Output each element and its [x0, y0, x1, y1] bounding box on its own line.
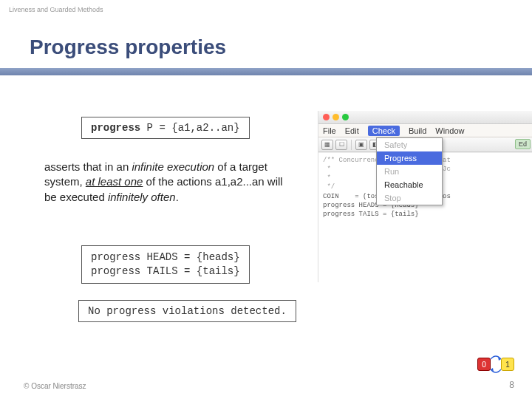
title-divider — [0, 68, 532, 75]
toolbar-button[interactable]: ☐ — [335, 140, 347, 150]
page-number: 8 — [509, 380, 514, 390]
window-titlebar — [318, 111, 532, 124]
window-minimize-icon[interactable] — [332, 114, 339, 120]
slide: Liveness and Guarded Methods Progress pr… — [0, 0, 532, 399]
emphasis-underline: at least one — [86, 175, 143, 188]
menu-window[interactable]: Window — [435, 126, 464, 135]
text: . — [176, 191, 179, 203]
emphasis: infinitely often — [108, 191, 176, 203]
page-title: Progress properties — [30, 35, 226, 59]
menu-edit[interactable]: Edit — [345, 126, 359, 135]
menu-item-progress[interactable]: Progress — [377, 151, 442, 165]
editor-line: progress TAILS = {tails} — [323, 210, 528, 219]
toolbar-separator — [351, 140, 352, 150]
body-paragraph: asserts that in an infinite execution of… — [44, 160, 296, 205]
window-zoom-icon[interactable] — [342, 114, 349, 120]
fsp-logo: 0 1 — [476, 355, 516, 374]
text: asserts that in an — [44, 160, 132, 173]
progress-examples-box: progress HEADS = {heads} progress TAILS … — [81, 245, 250, 284]
toolbar-button[interactable]: ▣ — [355, 140, 367, 150]
result-box: No progress violations detected. — [78, 300, 296, 322]
code-line: progress TAILS = {tails} — [91, 265, 240, 279]
breadcrumb: Liveness and Guarded Methods — [9, 6, 103, 13]
emphasis: infinite execution — [132, 160, 214, 173]
fsp-node-1: 1 — [501, 358, 514, 371]
menu-item-safety[interactable]: Safety — [377, 138, 442, 151]
menu-check[interactable]: Check — [368, 126, 400, 136]
result-text: No progress violations detected. — [88, 305, 287, 317]
app-screenshot: File Edit Check Build Window Safety Prog… — [318, 111, 532, 282]
menu-item-stop[interactable]: Stop — [377, 191, 442, 205]
window-close-icon[interactable] — [323, 114, 330, 120]
keyword: progress — [91, 122, 140, 134]
progress-definition-box: progress P = {a1,a2..an} — [81, 117, 250, 139]
menubar: File Edit Check Build Window Safety Prog… — [318, 124, 532, 137]
code-text: P = {a1,a2..an} — [140, 122, 239, 134]
check-dropdown: Safety Progress Run Reachable Stop — [376, 137, 443, 205]
menu-item-run[interactable]: Run — [377, 165, 442, 178]
editor-tab-label[interactable]: Ed — [515, 139, 531, 149]
code-line: progress HEADS = {heads} — [91, 250, 240, 265]
toolbar-button[interactable]: ▦ — [321, 140, 333, 150]
menu-file[interactable]: File — [323, 126, 336, 135]
footer-credit: © Oscar Nierstrasz — [24, 382, 86, 390]
menu-build[interactable]: Build — [409, 126, 426, 135]
fsp-node-0: 0 — [477, 358, 491, 371]
menu-item-reachable[interactable]: Reachable — [377, 178, 442, 191]
